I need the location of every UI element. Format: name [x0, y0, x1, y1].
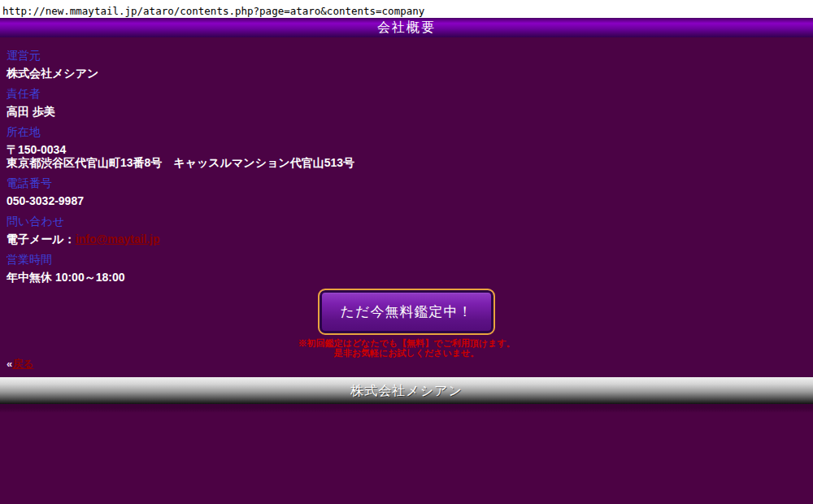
footer-bar: 株式会社メシアン	[0, 377, 813, 404]
section-phone: 電話番号 050-3032-9987	[7, 177, 813, 207]
section-address: 所在地 〒150-0034 東京都渋谷区代官山町13番8号 キャッスルマンション…	[7, 126, 813, 169]
section-label-address: 所在地	[7, 126, 813, 138]
company-info-panel: 運営元 株式会社メシアン 責任者 高田 歩美 所在地 〒150-0034 東京都…	[0, 37, 813, 377]
free-notice-line1: ※初回鑑定はどなたでも【無料】でご利用頂けます。	[0, 338, 813, 348]
street-address: 東京都渋谷区代官山町13番8号 キャッスルマンション代官山513号	[7, 156, 813, 169]
email-link[interactable]: info@maytail.jp	[76, 232, 160, 245]
postal-code: 〒150-0034	[7, 143, 813, 156]
section-label-responsible: 責任者	[7, 88, 813, 100]
footer-company-name: 株式会社メシアン	[350, 384, 463, 398]
section-business-hours: 営業時間 年中無休 10:00～18:00	[7, 254, 813, 284]
url-bar: http://new.mmaytail.jp/ataro/contents.ph…	[0, 0, 813, 18]
back-nav: «戻る	[7, 358, 34, 370]
free-appraisal-button[interactable]: ただ今無料鑑定中！	[318, 289, 495, 335]
free-notice: ※初回鑑定はどなたでも【無料】でご利用頂けます。 是非お気軽にお試しくださいませ…	[0, 338, 813, 358]
section-operator: 運営元 株式会社メシアン	[7, 50, 813, 80]
section-label-hours: 営業時間	[7, 254, 813, 266]
url-text: http://new.mmaytail.jp/ataro/contents.ph…	[2, 5, 424, 17]
business-hours: 年中無休 10:00～18:00	[7, 271, 813, 284]
bottom-area	[0, 404, 813, 504]
contact-line: 電子メール：info@maytail.jp	[7, 232, 813, 245]
page-header-bar: 会社概要	[0, 18, 813, 37]
section-label-contact: 問い合わせ	[7, 215, 813, 228]
email-prefix: 電子メール：	[7, 232, 76, 245]
free-notice-line2: 是非お気軽にお試しくださいませ。	[0, 348, 813, 358]
back-link[interactable]: 戻る	[12, 358, 33, 370]
page-title: 会社概要	[377, 20, 436, 34]
section-value-responsible: 高田 歩美	[7, 105, 813, 118]
section-responsible-person: 責任者 高田 歩美	[7, 88, 813, 118]
section-value-operator: 株式会社メシアン	[7, 67, 813, 80]
phone-number: 050-3032-9987	[7, 194, 813, 207]
section-label-phone: 電話番号	[7, 177, 813, 189]
section-contact: 問い合わせ 電子メール：info@maytail.jp	[7, 215, 813, 245]
section-label-operator: 運営元	[7, 50, 813, 62]
